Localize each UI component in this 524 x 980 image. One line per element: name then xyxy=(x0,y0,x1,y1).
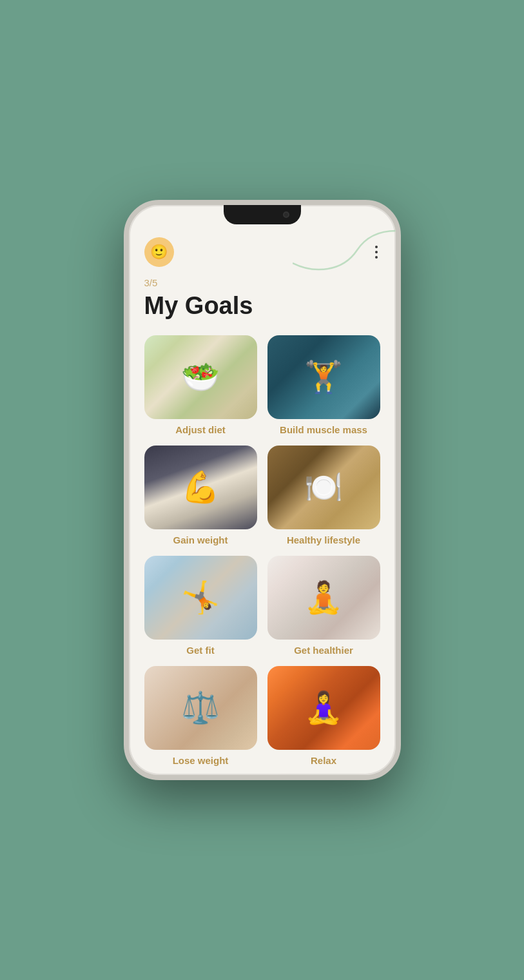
goal-label-healthy-lifestyle: Healthy lifestyle xyxy=(287,534,360,545)
goal-image-get-healthier xyxy=(267,556,380,640)
goal-image-relax xyxy=(267,666,380,750)
goal-card-gain-weight[interactable]: Gain weight xyxy=(144,446,257,545)
screen-content: 🙂 3/5 My Goals Adjust diet Build muscle … xyxy=(129,205,396,775)
goal-image-get-fit xyxy=(144,556,257,640)
silent-button xyxy=(400,360,401,418)
step-indicator: 3/5 xyxy=(144,277,380,288)
goal-card-get-healthier[interactable]: Get healthier xyxy=(267,556,380,656)
goal-card-lose-weight[interactable]: Lose weight xyxy=(144,666,257,766)
dot-1 xyxy=(375,246,378,248)
page-title: My Goals xyxy=(144,292,380,320)
goal-card-relax[interactable]: Relax xyxy=(267,666,380,766)
goal-label-adjust-diet: Adjust diet xyxy=(175,424,226,435)
goal-image-adjust-diet xyxy=(144,335,257,419)
goal-card-adjust-diet[interactable]: Adjust diet xyxy=(144,335,257,435)
goal-image-healthy-lifestyle xyxy=(267,446,380,529)
goal-label-get-healthier: Get healthier xyxy=(294,645,353,656)
camera xyxy=(283,211,289,218)
goal-label-build-muscle: Build muscle mass xyxy=(280,424,367,435)
phone-frame: 🙂 3/5 My Goals Adjust diet Build muscle … xyxy=(124,200,401,780)
goal-label-get-fit: Get fit xyxy=(186,645,214,656)
goal-card-healthy-lifestyle[interactable]: Healthy lifestyle xyxy=(267,446,380,545)
goal-image-gain-weight xyxy=(144,446,257,529)
notch xyxy=(224,205,301,224)
goal-label-gain-weight: Gain weight xyxy=(173,534,228,545)
avatar-emoji: 🙂 xyxy=(150,244,168,260)
avatar[interactable]: 🙂 xyxy=(144,237,174,267)
goals-grid: Adjust diet Build muscle mass Gain weigh… xyxy=(144,335,380,766)
goal-label-lose-weight: Lose weight xyxy=(173,755,229,766)
goal-card-build-muscle[interactable]: Build muscle mass xyxy=(267,335,380,435)
dot-2 xyxy=(375,251,378,253)
volume-button xyxy=(124,321,125,344)
power-button xyxy=(400,308,401,347)
dot-3 xyxy=(375,256,378,259)
menu-button[interactable] xyxy=(373,243,380,261)
goal-label-relax: Relax xyxy=(311,755,336,766)
goal-card-get-fit[interactable]: Get fit xyxy=(144,556,257,656)
goal-image-lose-weight xyxy=(144,666,257,750)
goal-image-build-muscle xyxy=(267,335,380,419)
top-bar: 🙂 xyxy=(144,237,380,267)
